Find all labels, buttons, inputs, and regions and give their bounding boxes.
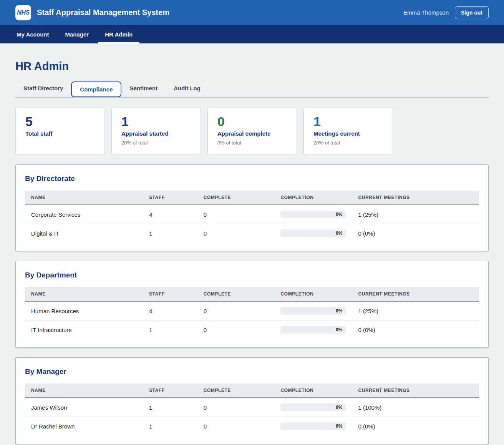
completion-percent: 0%: [336, 212, 342, 217]
tab-sentiment[interactable]: Sentiment: [121, 81, 166, 95]
completion-percent: 0%: [336, 405, 342, 410]
cell-name: Digital & IT: [25, 224, 143, 243]
table-header-row: NAME STAFF COMPLETE COMPLETION CURRENT M…: [25, 384, 479, 398]
completion-percent: 0%: [336, 308, 342, 314]
column-header-complete: COMPLETE: [197, 384, 275, 398]
completion-progress-bar: 0%: [280, 422, 346, 430]
cell-current-meetings: 1 (25%): [352, 205, 479, 224]
table-row: Digital & IT 1 0 0% 0 (0%): [25, 224, 479, 243]
cell-staff: 1: [143, 224, 197, 243]
stat-label: Appraisal started: [121, 130, 191, 137]
stat-card-meetings-current: 1 Meetings current 20% of total: [303, 108, 393, 155]
cell-staff: 1: [143, 320, 197, 339]
completion-percent: 0%: [336, 327, 342, 332]
cell-staff: 4: [143, 205, 197, 224]
department-table: NAME STAFF COMPLETE COMPLETION CURRENT M…: [25, 287, 479, 339]
cell-staff: 4: [143, 301, 197, 320]
column-header-staff: STAFF: [143, 287, 197, 301]
hr-admin-tabs: Staff Directory Compliance Sentiment Aud…: [15, 81, 489, 98]
stat-subtext: 20% of total: [313, 140, 383, 146]
sign-out-button[interactable]: Sign out: [455, 6, 489, 19]
app-header: NHS Staff Appraisal Management System Em…: [0, 0, 504, 25]
column-header-current-meetings: CURRENT MEETINGS: [352, 384, 479, 398]
stat-subtext: 20% of total: [121, 140, 191, 146]
column-header-name: NAME: [25, 384, 143, 398]
table-row: Dr Rachel Brown 1 0 0% 0 (0%): [25, 417, 479, 436]
section-by-directorate: By Directorate NAME STAFF COMPLETE COMPL…: [15, 164, 489, 251]
stat-value: 0: [217, 115, 287, 129]
cell-completion: 0%: [274, 320, 352, 339]
completion-percent: 0%: [336, 231, 342, 236]
cell-current-meetings: 0 (0%): [352, 320, 479, 339]
cell-complete: 0: [197, 398, 275, 417]
table-row: Corporate Services 4 0 0% 1 (25%): [25, 205, 479, 224]
stat-label: Meetings current: [313, 130, 383, 137]
cell-completion: 0%: [274, 205, 352, 224]
cell-name: Human Resources: [25, 301, 143, 320]
tab-staff-directory[interactable]: Staff Directory: [15, 81, 71, 95]
cell-complete: 0: [197, 224, 275, 243]
cell-completion: 0%: [274, 398, 352, 417]
cell-completion: 0%: [274, 417, 352, 436]
completion-progress-bar: 0%: [280, 403, 346, 411]
stat-value: 1: [121, 115, 191, 129]
column-header-staff: STAFF: [143, 384, 197, 398]
stat-card-appraisal-started: 1 Appraisal started 20% of total: [111, 108, 201, 155]
column-header-staff: STAFF: [143, 191, 197, 205]
section-title: By Department: [25, 271, 479, 279]
completion-percent: 0%: [336, 423, 342, 429]
cell-completion: 0%: [274, 301, 352, 320]
cell-name: Dr Rachel Brown: [25, 417, 143, 436]
tab-compliance[interactable]: Compliance: [71, 81, 121, 97]
column-header-current-meetings: CURRENT MEETINGS: [352, 287, 479, 301]
table-row: Human Resources 4 0 0% 1 (25%): [25, 301, 479, 320]
column-header-complete: COMPLETE: [197, 287, 275, 301]
table-row: James Wilson 1 0 0% 1 (100%): [25, 398, 479, 417]
cell-complete: 0: [197, 301, 275, 320]
page-title: HR Admin: [15, 60, 489, 73]
column-header-completion: COMPLETION: [274, 384, 352, 398]
cell-current-meetings: 1 (25%): [352, 301, 479, 320]
column-header-complete: COMPLETE: [197, 191, 275, 205]
column-header-name: NAME: [25, 287, 143, 301]
column-header-current-meetings: CURRENT MEETINGS: [352, 191, 479, 205]
completion-progress-bar: 0%: [280, 229, 346, 237]
stat-card-appraisal-complete: 0 Appraisal complete 0% of total: [207, 108, 297, 155]
nhs-logo: NHS: [15, 5, 31, 20]
cell-complete: 0: [197, 320, 275, 339]
column-header-completion: COMPLETION: [274, 287, 352, 301]
stats-row: 5 Total staff 1 Appraisal started 20% of…: [15, 108, 489, 155]
section-by-department: By Department NAME STAFF COMPLETE COMPLE…: [15, 261, 489, 348]
table-row: IT Infrastructure 1 0 0% 0 (0%): [25, 320, 479, 339]
stat-label: Appraisal complete: [217, 130, 287, 137]
stat-value: 1: [313, 115, 383, 129]
completion-progress-bar: 0%: [280, 307, 346, 315]
cell-complete: 0: [197, 205, 275, 224]
stat-value: 5: [25, 115, 95, 129]
table-header-row: NAME STAFF COMPLETE COMPLETION CURRENT M…: [25, 287, 479, 301]
main-content: HR Admin Staff Directory Compliance Sent…: [0, 60, 504, 444]
cell-name: James Wilson: [25, 398, 143, 417]
primary-nav: My Account Manager HR Admin: [0, 25, 504, 43]
cell-completion: 0%: [274, 224, 352, 243]
section-title: By Directorate: [25, 174, 479, 183]
nav-item-hr-admin[interactable]: HR Admin: [98, 25, 139, 43]
completion-progress-bar: 0%: [280, 211, 346, 218]
nav-item-manager[interactable]: Manager: [58, 25, 96, 43]
cell-current-meetings: 0 (0%): [352, 224, 479, 243]
tab-audit-log[interactable]: Audit Log: [166, 81, 209, 95]
cell-complete: 0: [197, 417, 275, 436]
cell-staff: 1: [143, 398, 197, 417]
directorate-table: NAME STAFF COMPLETE COMPLETION CURRENT M…: [25, 191, 479, 242]
stat-label: Total staff: [25, 130, 95, 137]
column-header-name: NAME: [25, 191, 143, 205]
header-right: Emma Thompson Sign out: [403, 6, 489, 19]
user-name: Emma Thompson: [403, 9, 449, 16]
nhs-logo-text: NHS: [17, 9, 29, 16]
cell-current-meetings: 0 (0%): [352, 417, 479, 436]
table-header-row: NAME STAFF COMPLETE COMPLETION CURRENT M…: [25, 191, 479, 205]
nav-item-my-account[interactable]: My Account: [10, 25, 56, 43]
stat-card-total-staff: 5 Total staff: [15, 108, 105, 155]
section-title: By Manager: [25, 367, 479, 376]
app-title: Staff Appraisal Management System: [37, 8, 169, 17]
